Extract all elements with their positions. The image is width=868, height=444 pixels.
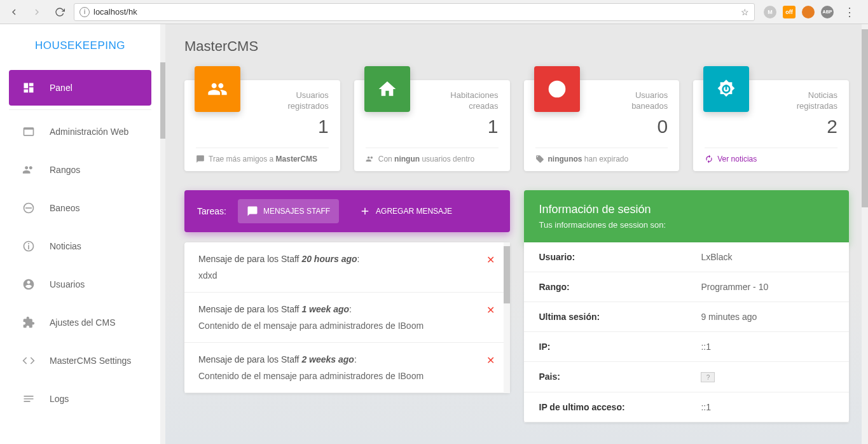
main-content: MasterCMS Usuariosregistrados 1 Trae más… <box>165 24 868 444</box>
tag-icon <box>535 155 544 163</box>
divider <box>9 109 151 110</box>
sidebar-title: HOUSEKEEPING <box>0 24 160 70</box>
columns: Tareas: MENSAJES STAFF AGREGAR MENSAJE M… <box>184 190 849 423</box>
message-item: Mensaje de para los Staff 20 hours ago: … <box>184 242 510 293</box>
bookmark-star-icon[interactable]: ☆ <box>741 7 749 17</box>
session-value: ::1 <box>701 402 711 412</box>
session-subtitle: Tus informaciones de session son: <box>539 220 834 230</box>
nav-label: Usuarios <box>50 279 85 289</box>
message-item: Mensaje de para los Staff 1 week ago: Co… <box>184 293 510 343</box>
close-icon[interactable]: ✕ <box>486 304 495 316</box>
stat-card-noticias: Noticiasregistradas 2 Ver noticias <box>693 80 849 171</box>
sidebar-scrollbar[interactable] <box>160 24 165 444</box>
sidebar: HOUSEKEEPING Panel Administración Web Ra… <box>0 24 165 444</box>
nav-label: MasterCMS Settings <box>50 356 131 366</box>
stat-footer: Trae más amigos a MasterCMS <box>196 148 329 163</box>
stat-footer: Con ningun usuarios dentro <box>366 148 499 163</box>
session-table: Usuario: LxBlack Rango: Programmer - 10 … <box>524 242 850 423</box>
sidebar-item-baneos[interactable]: Baneos <box>9 190 151 226</box>
nav-label: Baneos <box>50 203 79 213</box>
list-icon <box>22 392 36 406</box>
sidebar-item-noticias[interactable]: Noticias <box>9 228 151 264</box>
message-title: Mensaje de para los Staff 20 hours ago: <box>198 254 485 264</box>
messages-scrollbar[interactable] <box>504 242 510 393</box>
tab-mensajes-staff[interactable]: MENSAJES STAFF <box>238 199 339 223</box>
browser-menu-icon[interactable]: ⋮ <box>840 5 859 19</box>
nav-label: Administración Web <box>50 127 128 137</box>
dashboard-icon <box>22 81 36 95</box>
message-item: Mensaje de para los Staff 2 weeks ago: C… <box>184 343 510 393</box>
sidebar-item-mastercms-settings[interactable]: MasterCMS Settings <box>9 343 151 378</box>
extension-icon-abp[interactable]: ABP <box>821 6 834 18</box>
back-button[interactable] <box>5 3 23 21</box>
session-title: Información de sesión <box>539 203 834 216</box>
tasks-label: Tareas: <box>197 206 226 216</box>
url-text: localhost/hk <box>93 7 737 17</box>
session-row-ip: IP: ::1 <box>524 332 850 362</box>
message-icon <box>196 155 205 163</box>
tab-agregar-mensaje[interactable]: AGREGAR MENSAJE <box>350 199 461 223</box>
session-value: ::1 <box>701 342 711 352</box>
sidebar-item-ajustes-cms[interactable]: Ajustes del CMS <box>9 305 151 340</box>
stat-footer: ningunos han expirado <box>535 148 668 163</box>
sidebar-item-rangos[interactable]: Rangos <box>9 152 151 188</box>
home-icon <box>364 66 410 112</box>
session-label: Ultima sesión: <box>539 312 701 322</box>
code-icon <box>22 354 36 368</box>
stat-footer[interactable]: Ver noticias <box>705 148 837 163</box>
session-row-ip-ultimo: IP de ultimo acceso: ::1 <box>524 392 850 422</box>
sidebar-item-logs[interactable]: Logs <box>9 381 151 417</box>
plus-icon <box>359 205 371 217</box>
session-row-ultima-sesion: Ultima sesión: 9 minutes ago <box>524 302 850 332</box>
session-label: Usuario: <box>539 252 701 262</box>
ver-noticias-link[interactable]: Ver noticias <box>717 155 757 163</box>
users-icon <box>195 66 240 112</box>
message-body: Contenido de el mensaje para administrad… <box>198 371 485 381</box>
messages-list: Mensaje de para los Staff 20 hours ago: … <box>184 242 510 393</box>
tab-label: AGREGAR MENSAJE <box>376 207 452 216</box>
user-icon <box>22 277 36 291</box>
tasks-column: Tareas: MENSAJES STAFF AGREGAR MENSAJE M… <box>184 190 510 423</box>
stat-value: 1 <box>196 116 329 137</box>
session-label: Rango: <box>539 282 701 292</box>
session-row-pais: Pais: ? <box>524 362 850 393</box>
site-info-icon[interactable]: i <box>79 7 90 17</box>
stat-card-habitaciones: Habitacionescreadas 1 Con ningun usuario… <box>354 80 510 171</box>
stats-row: Usuariosregistrados 1 Trae más amigos a … <box>184 80 849 171</box>
extension-icon[interactable] <box>802 6 815 18</box>
close-icon[interactable]: ✕ <box>486 254 495 266</box>
session-label: IP de ultimo acceso: <box>539 402 701 412</box>
message-title: Mensaje de para los Staff 2 weeks ago: <box>198 354 485 364</box>
session-column: Información de sesión Tus informaciones … <box>524 190 850 423</box>
extension-icon[interactable]: M <box>764 6 776 18</box>
news-icon <box>22 239 36 253</box>
svg-point-4 <box>556 92 558 94</box>
stat-value: 0 <box>535 116 668 137</box>
group-icon <box>366 155 375 163</box>
session-row-rango: Rango: Programmer - 10 <box>524 272 850 302</box>
web-icon <box>22 125 36 139</box>
refresh-icon <box>705 155 713 163</box>
nav-label: Noticias <box>50 241 81 251</box>
sidebar-item-panel[interactable]: Panel <box>9 70 151 106</box>
extension-icon[interactable]: off <box>783 6 796 18</box>
tasks-header: Tareas: MENSAJES STAFF AGREGAR MENSAJE <box>184 190 510 232</box>
main-scrollbar[interactable] <box>862 24 868 444</box>
close-icon[interactable]: ✕ <box>486 354 495 366</box>
extension-icon <box>22 316 36 330</box>
session-value: Programmer - 10 <box>701 282 768 292</box>
sidebar-item-usuarios[interactable]: Usuarios <box>9 267 151 302</box>
badge-icon <box>703 66 749 112</box>
session-label: Pais: <box>539 371 701 383</box>
flag-placeholder-icon: ? <box>701 372 715 382</box>
url-bar[interactable]: i localhost/hk ☆ <box>74 3 755 21</box>
sidebar-item-admin-web[interactable]: Administración Web <box>9 114 151 149</box>
reload-button[interactable] <box>51 3 69 21</box>
stat-card-usuarios-registrados: Usuariosregistrados 1 Trae más amigos a … <box>184 80 340 171</box>
browser-toolbar: i localhost/hk ☆ M off ABP ⋮ <box>0 0 868 24</box>
page-title: MasterCMS <box>184 38 849 55</box>
session-value: 9 minutes ago <box>701 312 757 322</box>
forward-button[interactable] <box>28 3 46 21</box>
message-body: Contenido de el mensaje para administrad… <box>198 321 485 331</box>
session-value: LxBlack <box>701 252 732 262</box>
